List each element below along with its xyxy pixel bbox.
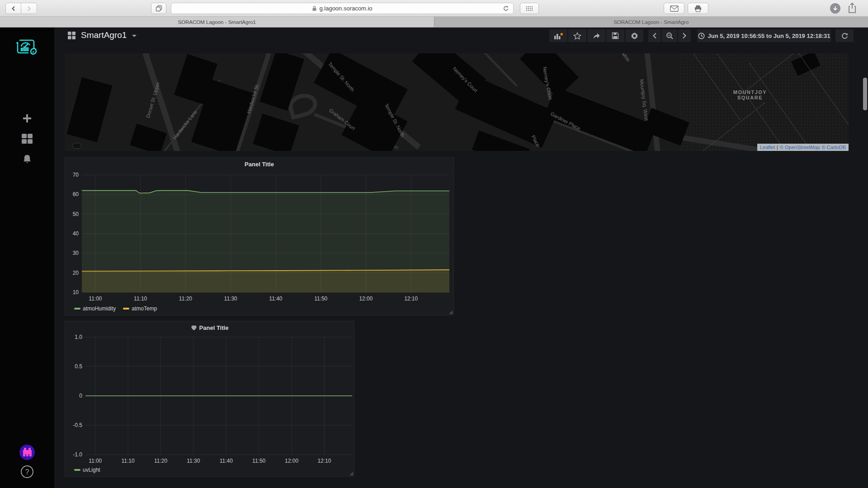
legend-series-name: atmoHumidity	[83, 305, 116, 312]
legend-series-name: atmoTemp	[132, 305, 157, 312]
soracom-lagoon-logo[interactable]	[0, 38, 54, 58]
time-series-graph[interactable]: 7060504030201011:0011:1011:2011:3011:401…	[65, 158, 454, 316]
svg-text:60: 60	[73, 191, 79, 197]
address-bar[interactable]: g.lagoon.soracom.io	[171, 3, 514, 14]
svg-text:1.0: 1.0	[75, 334, 82, 340]
svg-text:30: 30	[73, 250, 79, 256]
graph-legend: atmoHumidityatmoTemp	[74, 305, 157, 312]
svg-text:11:20: 11:20	[179, 296, 192, 302]
time-range-text: Jun 5, 2019 10:56:55 to Jun 5, 2019 12:1…	[708, 33, 830, 39]
svg-text:12:10: 12:10	[317, 458, 331, 464]
svg-text:40: 40	[73, 230, 79, 237]
save-icon	[612, 32, 619, 39]
app-grid-button[interactable]	[520, 3, 539, 14]
save-dashboard-button[interactable]	[606, 29, 624, 42]
legend-item-atmoTemp[interactable]: atmoTemp	[123, 305, 157, 312]
map-street-label: MOUNTJOY SQUARE	[733, 89, 767, 100]
mail-button[interactable]	[664, 3, 684, 14]
dashboard-header: SmartAgro1	[54, 28, 868, 44]
map-building	[130, 123, 167, 151]
svg-text:10: 10	[73, 289, 79, 296]
legend-item-atmoHumidity[interactable]: atmoHumidity	[74, 305, 116, 312]
refresh-icon	[841, 32, 849, 40]
tab-overview-button[interactable]	[151, 3, 166, 14]
browser-toolbar: g.lagoon.soracom.io	[0, 0, 868, 17]
chevron-down-icon	[132, 35, 137, 37]
zoom-out-time-button[interactable]	[662, 29, 677, 42]
share-icon	[847, 2, 857, 14]
star-icon	[573, 32, 581, 40]
svg-text:11:10: 11:10	[122, 458, 135, 464]
scrollbar-thumb[interactable]	[863, 78, 867, 110]
browser-tab-bar: SORACOM Lagoon - SmartAgro1 SORACOM Lago…	[0, 17, 868, 28]
print-button[interactable]	[688, 3, 708, 14]
svg-text:?: ?	[25, 468, 29, 476]
share-button[interactable]	[847, 2, 857, 14]
envelope-icon	[670, 5, 679, 12]
user-avatar[interactable]	[0, 444, 54, 460]
browser-forward-button[interactable]	[21, 3, 37, 14]
svg-text:11:30: 11:30	[187, 458, 200, 464]
svg-text:11:50: 11:50	[252, 458, 265, 464]
graph-legend: uvLight	[74, 467, 100, 473]
openstreetmap-link[interactable]: © OpenStreetMap	[780, 145, 820, 150]
time-forward-button[interactable]	[678, 29, 691, 42]
star-dashboard-button[interactable]	[568, 29, 586, 42]
lock-icon	[312, 5, 317, 11]
time-back-button[interactable]	[648, 29, 661, 42]
share-arrow-icon	[593, 33, 600, 39]
map-panel[interactable]: Dorset St. UpperHardwicke LaneHardwicke …	[65, 53, 849, 151]
gear-icon	[631, 32, 638, 40]
svg-text:11:40: 11:40	[269, 296, 282, 302]
grafana-sidebar: ?	[0, 28, 54, 488]
panel-resize-handle[interactable]	[449, 310, 453, 314]
url-text: g.lagoon.soracom.io	[319, 5, 372, 12]
zoom-out-icon	[666, 32, 674, 40]
graph-panel-uvlight: Panel Title 1.00.50-0.5-1.011:0011:1011:…	[65, 321, 354, 477]
map-street-label: Mou	[621, 53, 632, 62]
chevron-left-icon	[652, 33, 657, 39]
grafana-app: ? SmartAgro1	[0, 28, 868, 488]
page-scrollbar[interactable]	[863, 55, 867, 488]
add-panel-button[interactable]	[549, 29, 567, 42]
reload-icon[interactable]	[502, 5, 509, 12]
download-arrow-icon	[833, 6, 838, 11]
leaflet-link[interactable]: Leaflet	[760, 145, 775, 150]
svg-text:11:40: 11:40	[220, 458, 233, 464]
svg-text:0.5: 0.5	[75, 363, 82, 370]
svg-text:20: 20	[73, 270, 79, 276]
dashboard-title: SmartAgro1	[81, 30, 127, 40]
time-series-graph[interactable]: 1.00.50-0.5-1.011:0011:1011:2011:3011:40…	[65, 321, 355, 477]
svg-text:-0.5: -0.5	[73, 422, 82, 428]
attribution-separator: |	[777, 145, 778, 150]
graph-panel-atmo: Panel Title 7060504030201011:0011:1011:2…	[65, 157, 454, 315]
add-panel-icon	[554, 32, 563, 40]
dashboard-title-dropdown[interactable]: SmartAgro1	[68, 30, 137, 40]
legend-item-uvLight[interactable]: uvLight	[74, 467, 100, 473]
legend-series-dash	[74, 308, 80, 310]
svg-text:11:10: 11:10	[134, 296, 147, 302]
tab-smartagro1[interactable]: SORACOM Lagoon - SmartAgro1	[0, 17, 434, 27]
svg-text:0: 0	[79, 393, 82, 399]
browser-back-button[interactable]	[5, 3, 21, 14]
time-range-picker[interactable]: Jun 5, 2019 10:56:55 to Jun 5, 2019 12:1…	[697, 29, 831, 42]
sidebar-alerting-button[interactable]	[0, 154, 54, 165]
map-zoom-control[interactable]	[72, 143, 81, 149]
help-button[interactable]: ?	[0, 465, 54, 479]
share-dashboard-button[interactable]	[587, 29, 605, 42]
dashboard-grid-icon	[68, 32, 75, 39]
svg-text:11:30: 11:30	[224, 296, 237, 302]
svg-text:11:00: 11:00	[89, 296, 102, 302]
sidebar-dashboards-button[interactable]	[0, 133, 54, 144]
panel-resize-handle[interactable]	[349, 472, 353, 475]
refresh-dashboard-button[interactable]	[835, 29, 854, 42]
downloads-button[interactable]	[830, 3, 840, 14]
legend-series-dash	[123, 308, 129, 310]
dashboard-settings-button[interactable]	[625, 29, 643, 42]
cartodb-link[interactable]: © CartoDB	[822, 145, 846, 150]
map-attribution: Leaflet | © OpenStreetMap © CartoDB	[757, 144, 849, 151]
tab-smartagro[interactable]: SORACOM Lagoon - SmartAgro	[434, 17, 868, 27]
svg-text:12:00: 12:00	[359, 296, 373, 302]
sidebar-add-button[interactable]	[0, 113, 54, 123]
chevron-right-icon	[682, 33, 687, 39]
